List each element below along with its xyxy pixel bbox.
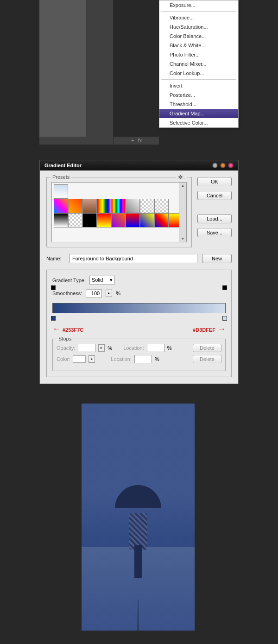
color-stop-row: Color: ▸ Location: % Delete <box>57 355 221 363</box>
legs <box>134 545 142 578</box>
preset-swatch[interactable] <box>54 213 68 227</box>
gradient-type-row: Gradient Type: Solid ▾ <box>52 276 226 284</box>
menu-item[interactable]: Selective Color... <box>159 118 238 127</box>
name-row: Name: New <box>46 254 232 263</box>
smoothness-label: Smoothness: <box>52 290 82 296</box>
stops-label: Stops <box>57 336 73 341</box>
dot-icon <box>220 163 226 168</box>
name-label: Name: <box>46 256 65 261</box>
color-location-input[interactable] <box>134 355 152 363</box>
ok-button[interactable]: OK <box>197 177 232 186</box>
smoothness-row: Smoothness: ▸ % <box>52 289 226 297</box>
percent-label: % <box>116 290 120 296</box>
gradient-section: Gradient Type: Solid ▾ Smoothness: ▸ % # <box>46 270 232 377</box>
preset-swatch[interactable] <box>140 213 154 227</box>
gradient-bar[interactable] <box>52 303 226 313</box>
load-button[interactable]: Load... <box>197 214 232 223</box>
body <box>129 513 147 550</box>
delete-opacity-button[interactable]: Delete <box>193 344 221 352</box>
percent-label: % <box>155 356 159 362</box>
fx-icon: fx <box>138 138 142 143</box>
presets-fieldset: Presets ✲. ▲ ▼ <box>46 177 192 247</box>
scroll-up-icon[interactable]: ▲ <box>180 183 186 189</box>
color-annotation: #253F7C #D3DFEF <box>52 324 226 334</box>
preset-swatch[interactable] <box>111 213 126 227</box>
preset-swatch[interactable] <box>97 199 111 213</box>
preset-swatch[interactable] <box>126 213 140 227</box>
menu-separator <box>161 79 236 80</box>
preset-swatch[interactable] <box>154 213 169 227</box>
save-button[interactable]: Save... <box>197 228 232 237</box>
result-preview <box>82 404 195 631</box>
smoothness-input[interactable] <box>86 289 102 297</box>
status-bar: ⚭ fx <box>114 137 159 145</box>
presets-grid[interactable]: ▲ ▼ <box>51 182 187 242</box>
dot-icon <box>228 163 234 168</box>
link-icon: ⚭ <box>131 138 134 143</box>
preset-swatch[interactable] <box>68 199 82 213</box>
menu-item[interactable]: Color Balance... <box>159 32 238 41</box>
opacity-location-input[interactable] <box>147 344 164 352</box>
menu-separator <box>161 11 236 12</box>
gradient-editor-dialog: Gradient Editor Presets ✲. ▲ ▼ <box>39 160 239 384</box>
canvas-edge <box>39 0 86 137</box>
location-label: Location: <box>123 345 144 351</box>
stops-fieldset: Stops Opacity: ▸ % Location: % Delete Co… <box>52 339 226 371</box>
preset-swatch[interactable] <box>140 199 154 213</box>
menu-item[interactable]: Posterize... <box>159 90 238 100</box>
dot-icon <box>212 163 218 168</box>
color-swatch[interactable] <box>73 355 86 363</box>
menu-item[interactable]: Color Lookup... <box>159 69 238 78</box>
left-color-annotation: #253F7C <box>52 324 83 334</box>
smoothness-flyout[interactable]: ▸ <box>106 290 112 297</box>
percent-label: % <box>107 345 112 351</box>
opacity-label: Opacity: <box>57 345 75 351</box>
preset-swatch[interactable] <box>68 213 82 227</box>
percent-label: % <box>167 345 172 351</box>
opacity-stop-right[interactable] <box>222 285 227 290</box>
dialog-buttons: OK Cancel Load... Save... <box>197 177 232 254</box>
dialog-body: Presets ✲. ▲ ▼ OK Cancel Load... Save... <box>40 170 238 384</box>
preset-swatch[interactable] <box>82 213 97 227</box>
umbrella <box>115 485 161 508</box>
scroll-down-icon[interactable]: ▼ <box>180 236 186 242</box>
color-stops-track <box>52 316 226 322</box>
color-label: Color: <box>57 356 70 362</box>
menu-item[interactable]: Vibrance... <box>159 13 238 22</box>
preset-swatch[interactable] <box>82 199 97 213</box>
gear-icon[interactable]: ✲. <box>176 174 187 181</box>
color-stop-left[interactable] <box>51 316 56 321</box>
preset-swatch[interactable] <box>54 184 68 199</box>
preset-swatch[interactable] <box>111 199 126 213</box>
opacity-input[interactable] <box>78 344 95 352</box>
name-input[interactable] <box>70 254 197 263</box>
chevron-down-icon: ▾ <box>110 277 113 283</box>
dialog-titlebar: Gradient Editor <box>40 160 238 170</box>
menu-item[interactable]: Gradient Map... <box>159 109 238 118</box>
opacity-flyout[interactable]: ▸ <box>98 344 105 352</box>
color-preview-dots <box>212 163 234 168</box>
dialog-title: Gradient Editor <box>44 163 82 168</box>
color-flyout[interactable]: ▸ <box>88 355 95 363</box>
gradient-type-select[interactable]: Solid ▾ <box>89 276 115 284</box>
menu-item[interactable]: Black & White... <box>159 41 238 50</box>
menu-item[interactable]: Hue/Saturation... <box>159 22 238 32</box>
color-stop-right[interactable] <box>222 316 227 321</box>
preset-swatch[interactable] <box>97 213 111 227</box>
preset-swatch[interactable] <box>126 199 140 213</box>
menu-item[interactable]: Invert <box>159 81 238 90</box>
opacity-stop-left[interactable] <box>51 285 56 290</box>
preset-swatch[interactable] <box>54 199 68 213</box>
adjustment-menu-area: ⚭ fx Exposure...Vibrance...Hue/Saturatio… <box>0 0 199 145</box>
delete-color-button[interactable]: Delete <box>193 355 221 363</box>
adjustment-menu: Exposure...Vibrance...Hue/Saturation...C… <box>159 0 239 128</box>
menu-item[interactable]: Photo Filter... <box>159 50 238 59</box>
cancel-button[interactable]: Cancel <box>197 191 232 200</box>
menu-item[interactable]: Exposure... <box>159 0 238 10</box>
scrollbar[interactable]: ▲ ▼ <box>179 183 186 242</box>
preset-swatch[interactable] <box>154 199 169 213</box>
menu-item[interactable]: Threshold... <box>159 100 238 109</box>
menu-item[interactable]: Channel Mixer... <box>159 59 238 69</box>
opacity-stop-row: Opacity: ▸ % Location: % Delete <box>57 344 221 352</box>
new-button[interactable]: New <box>202 254 232 263</box>
